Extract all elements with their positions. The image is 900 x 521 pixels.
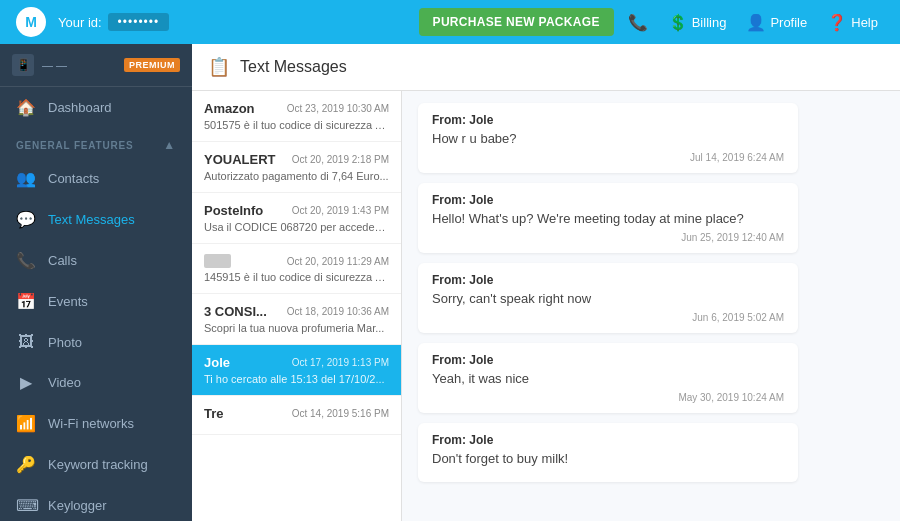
sidebar-item-label: Contacts	[48, 171, 99, 186]
billing-button[interactable]: 💲 Billing	[662, 9, 733, 36]
message-item[interactable]: Tre Oct 14, 2019 5:16 PM	[192, 396, 401, 435]
phone-icon: 📞	[628, 13, 648, 32]
chat-bubble-from: From: Jole	[432, 193, 784, 207]
chat-bubble-from: From: Jole	[432, 433, 784, 447]
message-sender: 3 CONSI...	[204, 304, 267, 319]
sidebar: 📱 — — PREMIUM 🏠 Dashboard GENERAL FEATUR…	[0, 44, 192, 521]
profile-label: Profile	[770, 15, 807, 30]
message-date: Oct 20, 2019 1:43 PM	[292, 205, 389, 216]
message-item-header: YOUALERT Oct 20, 2019 2:18 PM	[204, 152, 389, 167]
photo-icon: 🖼	[16, 333, 36, 351]
message-date: Oct 23, 2019 10:30 AM	[287, 103, 389, 114]
message-list: Amazon Oct 23, 2019 10:30 AM 501575 è il…	[192, 91, 402, 521]
message-item-header: PosteInfo Oct 20, 2019 1:43 PM	[204, 203, 389, 218]
message-sender-blurred: — —	[204, 254, 231, 268]
message-date: Oct 14, 2019 5:16 PM	[292, 408, 389, 419]
message-preview: Scopri la tua nuova profumeria Mar...	[204, 322, 389, 334]
chat-bubble-from: From: Jole	[432, 353, 784, 367]
chat-bubble-text: Hello! What's up? We're meeting today at…	[432, 211, 784, 226]
sidebar-item-dashboard[interactable]: 🏠 Dashboard	[0, 87, 192, 128]
home-icon: 🏠	[16, 98, 36, 117]
sidebar-item-events[interactable]: 📅 Events	[0, 281, 192, 322]
chat-bubble: From: Jole Hello! What's up? We're meeti…	[418, 183, 798, 253]
help-button[interactable]: ❓ Help	[821, 9, 884, 36]
message-date: Oct 17, 2019 1:13 PM	[292, 357, 389, 368]
message-preview: 145915 è il tuo codice di sicurezza A...	[204, 271, 389, 283]
sidebar-item-contacts[interactable]: 👥 Contacts	[0, 158, 192, 199]
message-item[interactable]: YOUALERT Oct 20, 2019 2:18 PM Autorizzat…	[192, 142, 401, 193]
message-preview: Usa il CODICE 068720 per accedere ...	[204, 221, 389, 233]
profile-button[interactable]: 👤 Profile	[740, 9, 813, 36]
message-item-header: Tre Oct 14, 2019 5:16 PM	[204, 406, 389, 421]
keylogger-icon: ⌨	[16, 496, 36, 515]
content-header: 📋 Text Messages	[192, 44, 900, 91]
message-item-header: Amazon Oct 23, 2019 10:30 AM	[204, 101, 389, 116]
message-preview: Autorizzato pagamento di 7,64 Euro...	[204, 170, 389, 182]
sidebar-item-wifi[interactable]: 📶 Wi-Fi networks	[0, 403, 192, 444]
message-item[interactable]: Amazon Oct 23, 2019 10:30 AM 501575 è il…	[192, 91, 401, 142]
sidebar-item-label: Dashboard	[48, 100, 112, 115]
sidebar-item-label: Photo	[48, 335, 82, 350]
message-item[interactable]: — — Oct 20, 2019 11:29 AM 145915 è il tu…	[192, 244, 401, 294]
sidebar-item-keyword-tracking[interactable]: 🔑 Keyword tracking	[0, 444, 192, 485]
chat-bubble: From: Jole Sorry, can't speak right now …	[418, 263, 798, 333]
billing-icon: 💲	[668, 13, 688, 32]
phone-button[interactable]: 📞	[622, 9, 654, 36]
calls-icon: 📞	[16, 251, 36, 270]
chat-bubble-text: Sorry, can't speak right now	[432, 291, 784, 306]
content-area: 📋 Text Messages Amazon Oct 23, 2019 10:3…	[192, 44, 900, 521]
sidebar-section-header: GENERAL FEATURES ▲	[0, 128, 192, 158]
message-item-header: 3 CONSI... Oct 18, 2019 10:36 AM	[204, 304, 389, 319]
contacts-icon: 👥	[16, 169, 36, 188]
wifi-icon: 📶	[16, 414, 36, 433]
profile-icon: 👤	[746, 13, 766, 32]
sidebar-item-label: Calls	[48, 253, 77, 268]
sidebar-item-photo[interactable]: 🖼 Photo	[0, 322, 192, 362]
chat-bubble-time: Jun 6, 2019 5:02 AM	[432, 312, 784, 323]
your-id-value: ••••••••	[108, 13, 170, 31]
device-label: — —	[42, 59, 67, 71]
sidebar-item-calls[interactable]: 📞 Calls	[0, 240, 192, 281]
sidebar-item-video[interactable]: ▶ Video	[0, 362, 192, 403]
sidebar-item-keylogger[interactable]: ⌨ Keylogger	[0, 485, 192, 521]
chat-bubble-text: How r u babe?	[432, 131, 784, 146]
messages-icon: 💬	[16, 210, 36, 229]
content-body: Amazon Oct 23, 2019 10:30 AM 501575 è il…	[192, 91, 900, 521]
chat-bubble: From: Jole How r u babe? Jul 14, 2019 6:…	[418, 103, 798, 173]
message-item[interactable]: PosteInfo Oct 20, 2019 1:43 PM Usa il CO…	[192, 193, 401, 244]
header-right: PURCHASE NEW PACKAGE 📞 💲 Billing 👤 Profi…	[419, 8, 884, 36]
sidebar-item-label: Keylogger	[48, 498, 107, 513]
main-layout: 📱 — — PREMIUM 🏠 Dashboard GENERAL FEATUR…	[0, 44, 900, 521]
chat-bubble: From: Jole Yeah, it was nice May 30, 201…	[418, 343, 798, 413]
sidebar-item-label: Keyword tracking	[48, 457, 148, 472]
chat-panel: From: Jole How r u babe? Jul 14, 2019 6:…	[402, 91, 900, 521]
premium-badge: PREMIUM	[124, 58, 180, 72]
section-label: GENERAL FEATURES	[16, 140, 133, 151]
message-preview: Ti ho cercato alle 15:13 del 17/10/2...	[204, 373, 389, 385]
sidebar-item-text-messages[interactable]: 💬 Text Messages	[0, 199, 192, 240]
chat-bubble-from: From: Jole	[432, 273, 784, 287]
chat-bubble-text: Yeah, it was nice	[432, 371, 784, 386]
sidebar-item-label: Wi-Fi networks	[48, 416, 134, 431]
content-header-icon: 📋	[208, 56, 230, 78]
message-item-header: — — Oct 20, 2019 11:29 AM	[204, 254, 389, 268]
chat-bubble-time: Jul 14, 2019 6:24 AM	[432, 152, 784, 163]
page-title: Text Messages	[240, 58, 347, 76]
top-header: M Your id: •••••••• PURCHASE NEW PACKAGE…	[0, 0, 900, 44]
logo: M	[16, 7, 46, 37]
chat-bubble: From: Jole Don't forget to buy milk!	[418, 423, 798, 482]
video-icon: ▶	[16, 373, 36, 392]
message-date: Oct 18, 2019 10:36 AM	[287, 306, 389, 317]
help-icon: ❓	[827, 13, 847, 32]
message-sender: Tre	[204, 406, 224, 421]
message-date: Oct 20, 2019 2:18 PM	[292, 154, 389, 165]
message-sender: Jole	[204, 355, 230, 370]
message-item-header: Jole Oct 17, 2019 1:13 PM	[204, 355, 389, 370]
your-id-label: Your id:	[58, 15, 102, 30]
collapse-icon[interactable]: ▲	[163, 138, 176, 152]
purchase-new-package-button[interactable]: PURCHASE NEW PACKAGE	[419, 8, 614, 36]
chat-bubble-time: Jun 25, 2019 12:40 AM	[432, 232, 784, 243]
message-item-selected[interactable]: Jole Oct 17, 2019 1:13 PM Ti ho cercato …	[192, 345, 401, 396]
message-item[interactable]: 3 CONSI... Oct 18, 2019 10:36 AM Scopri …	[192, 294, 401, 345]
chat-bubble-time: May 30, 2019 10:24 AM	[432, 392, 784, 403]
